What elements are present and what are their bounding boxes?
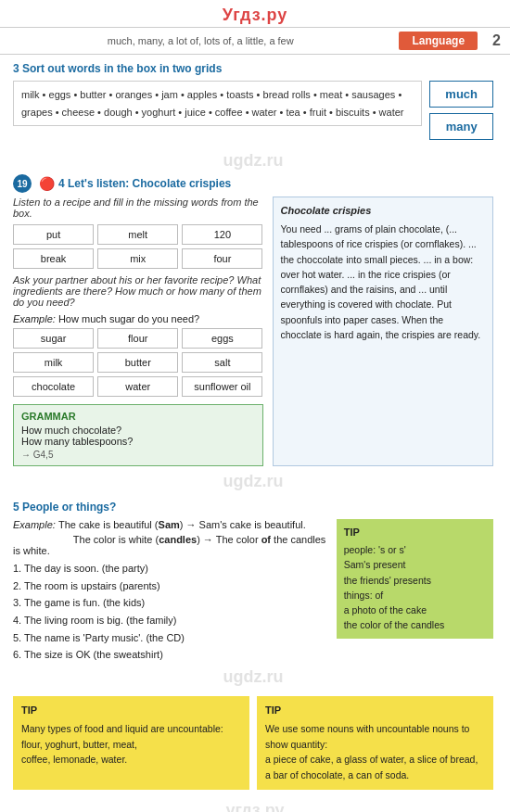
tip-line-3: things: of (344, 588, 486, 603)
ingredient-1: flour (97, 328, 178, 349)
much-many-area: much many (429, 81, 493, 140)
example-label-5: Example: (13, 519, 58, 530)
section4: 19 🔴 4 Let's listen: Chocolate crispies … (13, 174, 493, 466)
top-bar: much, many, a lot of, lots of, a little,… (0, 27, 510, 55)
list-item-0: 1. The day is soon. (the party) (13, 560, 327, 577)
word-cell-1: melt (97, 224, 178, 245)
language-badge: Language (399, 32, 478, 50)
choc-text: You need ... grams of plain chocolate, (… (281, 222, 486, 342)
example-label: Example: (13, 313, 56, 324)
word-cell-0: put (13, 224, 94, 245)
choc-box: Chocolate crispies You need ... grams of… (273, 197, 494, 466)
section5-example2: The color is white (candles) → The color… (13, 534, 325, 556)
example-text: How much sugar do you need? (58, 313, 199, 324)
ingredient-grid: sugar flour eggs milk butter salt chocol… (13, 328, 263, 397)
section4-title: 4 Let's listen: Chocolate crispies (58, 177, 231, 190)
tip-line-2: the friends' presents (344, 573, 486, 588)
much-button[interactable]: much (429, 81, 493, 108)
section3-title: 3 Sort out words in the box in two grids (13, 62, 493, 75)
ingredient-0: sugar (13, 328, 94, 349)
ingredient-4: butter (97, 352, 178, 373)
section3-title-text: Sort out words in the box in two grids (22, 62, 222, 75)
page-number-top: 2 (492, 32, 501, 49)
tip-box-right: TIP people: 's or s' Sam's present the f… (337, 519, 493, 639)
part-b-instruction: Ask your partner about his or her favori… (13, 274, 263, 308)
word-cell-2: 120 (182, 224, 262, 245)
list-item-1: 2. The room is upstairs (parents) (13, 577, 327, 595)
tip-yellow-1: TIP Many types of food and liquid are un… (13, 696, 249, 790)
tip-yellow-2: TIP We use some nouns with uncountable n… (257, 696, 493, 790)
section5: 5 People or things? Example: The cake is… (13, 501, 493, 664)
section3-number: 3 (13, 62, 19, 75)
fire-icon: 🔴 (39, 176, 55, 191)
bottom-tips: TIP Many types of food and liquid are un… (13, 696, 493, 790)
tip-yellow-2-title: TIP (265, 703, 485, 719)
tip-line-5: the color of the candles (344, 617, 486, 632)
grammar-box-title: GRAMMAR (21, 411, 255, 422)
tip-line-4: a photo of the cake (344, 603, 486, 617)
section4-left: Listen to a recipe and fill in the missi… (13, 197, 263, 466)
section5-right: TIP people: 's or s' Sam's present the f… (337, 519, 493, 639)
section5-left: Example: The cake is beautiful (Sam) → S… (13, 519, 327, 664)
watermark-2: ugdz.ru (13, 472, 493, 491)
part-a-instruction: Listen to a recipe and fill in the missi… (13, 197, 263, 219)
section5-example2-block: The color is white (candles) → The color… (13, 534, 327, 556)
section4-row: Listen to a recipe and fill in the missi… (13, 197, 493, 466)
main-content: 3 Sort out words in the box in two grids… (0, 55, 510, 797)
ingredient-5: salt (182, 352, 262, 373)
word-cell-3: break (13, 248, 94, 269)
ingredient-6: chocolate (13, 376, 94, 397)
tip-yellow-1-title: TIP (21, 703, 241, 719)
top-bar-subtitle: much, many, a lot of, lots of, a little,… (9, 35, 391, 46)
tip-yellow-1-text: Many types of food and liquid are uncoun… (21, 721, 241, 768)
footer-watermark: угдз.ру (0, 797, 510, 812)
choc-title: Chocolate crispies (281, 203, 486, 219)
section5-content-row: Example: The cake is beautiful (Sam) → S… (13, 519, 493, 664)
section5-example-block: Example: The cake is beautiful (Sam) → S… (13, 519, 327, 530)
site-title: Угдз.ру (223, 6, 288, 24)
sort-words-area: milk • eggs • butter • oranges • jam • a… (13, 81, 493, 140)
ingredient-7: water (97, 376, 178, 397)
watermark-1: ugdz.ru (13, 151, 493, 171)
section5-list: 1. The day is soon. (the party) 2. The r… (13, 560, 327, 664)
word-box: milk • eggs • butter • oranges • jam • a… (13, 81, 422, 126)
word-cell-5: four (182, 248, 262, 269)
many-button[interactable]: many (429, 113, 493, 140)
grammar-box: GRAMMAR How much chocolate? How many tab… (13, 404, 263, 466)
list-item-2: 3. The game is fun. (the kids) (13, 594, 327, 612)
ingredient-2: eggs (182, 328, 262, 349)
site-header: Угдз.ру (0, 0, 510, 27)
tip-line-0: people: 's or s' (344, 542, 486, 557)
watermark-3: ugdz.ru (13, 667, 493, 687)
tip-line-1: Sam's present (344, 557, 486, 572)
grammar-line-0: How much chocolate? (21, 425, 255, 436)
example-line: Example: How much sugar do you need? (13, 313, 263, 324)
grammar-line-1: How many tablespoons? (21, 436, 255, 447)
list-item-3: 4. The living room is big. (the family) (13, 612, 327, 629)
tip-yellow-2-text: We use some nouns with uncountable nouns… (265, 721, 485, 783)
section4-number: 19 (13, 174, 32, 193)
list-item-4: 5. The name is 'Party music'. (the CD) (13, 629, 327, 647)
word-grid: put melt 120 break mix four (13, 224, 263, 269)
tip-box-title: TIP (344, 525, 486, 540)
section4-header-row: 19 🔴 4 Let's listen: Chocolate crispies (13, 174, 493, 193)
word-cell-4: mix (97, 248, 178, 269)
section5-example1: The cake is beautiful (Sam) → Sam's cake… (58, 519, 306, 530)
grammar-ref: → G4,5 (21, 450, 255, 460)
section5-title-row: 5 People or things? (13, 501, 493, 514)
list-item-5: 6. The size is OK (the sweatshirt) (13, 646, 327, 664)
ingredient-8: sunflower oil (182, 376, 262, 397)
ingredient-3: milk (13, 352, 94, 373)
